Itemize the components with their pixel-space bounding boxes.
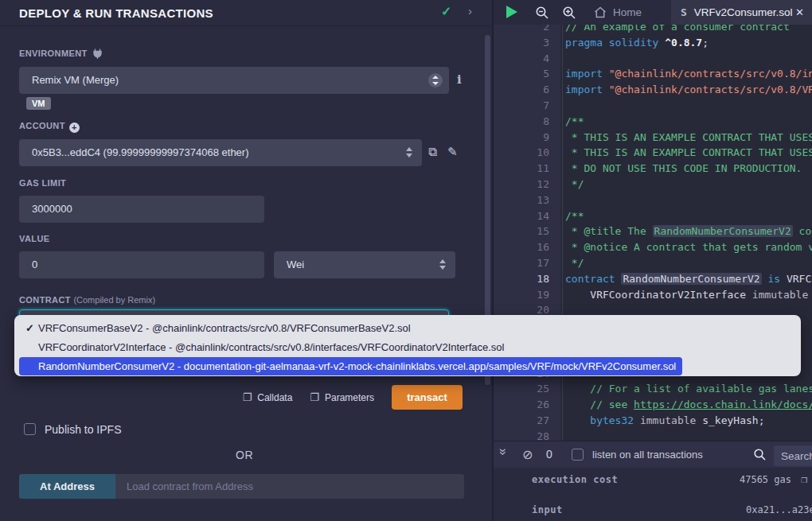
code-line[interactable]: 14/** [494,208,812,224]
option-label: VRFCoordinatorV2Interface - @chainlink/c… [38,338,504,357]
line-number: 27 [494,413,560,429]
code-line[interactable]: 25 // For a list of available gas lanes [494,381,812,397]
zoom-in-icon[interactable] [562,6,576,20]
contract-dropdown-option[interactable]: VRFCoordinatorV2Interface - @chainlink/c… [19,338,796,357]
copy-account-icon[interactable]: ⧉ [428,145,437,159]
code-line[interactable]: 8/** [494,114,812,130]
account-value: 0x5B3...eddC4 (99.99999999997374068 ethe… [32,146,249,158]
compiled-note: (Compiled by Remix) [73,295,155,305]
collapse-panel-chevron-icon[interactable]: › [468,4,472,17]
line-number: 9 [494,130,560,146]
line-number: 26 [494,397,560,413]
pending-tx-count: 0 [546,448,552,461]
code-line[interactable]: 5import "@chainlink/contracts/src/v0.8/i… [494,66,812,82]
line-number: 25 [494,381,560,397]
account-label: ACCOUNT+ [19,121,80,133]
run-script-play-icon[interactable] [506,6,517,18]
code-line[interactable]: 4 [494,51,812,67]
line-number: 10 [494,145,560,161]
solidity-file-icon: S [681,6,687,18]
line-number: 6 [494,82,560,98]
contract-dropdown-option[interactable]: RandomNumberConsumerV2 - documentation-g… [19,357,682,375]
transact-button[interactable]: transact [392,385,463,410]
home-icon [594,6,607,18]
copy-calldata-button[interactable]: ❐ Calldata [243,391,293,403]
value-unit-select[interactable]: Wei [274,251,455,278]
tab-home[interactable]: Home [586,0,650,25]
compile-success-check-icon: ✓ [441,4,451,19]
environment-info-icon[interactable]: i [457,72,462,87]
code-line[interactable]: 18contract RandomNumberConsumerV2 is VRF… [494,271,812,287]
deploy-run-panel: DEPLOY & RUN TRANSACTIONS ✓ › ENVIRONMEN… [0,0,492,521]
parameters-label: Parameters [325,392,374,403]
option-label: VRFConsumerBaseV2 - @chainlink/contracts… [38,319,411,338]
code-lines: 2// An example of a consumer contract3pr… [494,19,812,441]
code-line[interactable]: 10 * THIS IS AN EXAMPLE CONTRACT THAT US… [494,145,812,161]
expand-terminal-icon[interactable]: » [496,449,510,456]
terminal: » ⊘ 0 listen on all transactions executi… [494,441,812,521]
terminal-row-value: 47565 gas [740,474,791,485]
at-address-button[interactable]: At Address [19,474,115,499]
active-tab-label: VRFv2Consumer.sol [694,6,793,18]
line-number: 8 [494,114,560,130]
line-number: 15 [494,224,560,239]
code-line[interactable]: 19 VRFCoordinatorV2Interface immutable [494,287,812,303]
terminal-row-key: input [532,504,563,515]
code-line[interactable]: 7 [494,98,812,114]
create-account-plus-icon[interactable]: + [69,122,80,133]
line-number: 28 [494,429,560,441]
line-number: 11 [494,161,560,177]
terminal-toolbar: » ⊘ 0 listen on all transactions [494,441,812,468]
line-number: 12 [494,177,560,192]
code-line[interactable]: 6import "@chainlink/contracts/src/v0.8/V… [494,82,812,98]
code-line[interactable]: 3pragma solidity ^0.8.7; [494,35,812,51]
calldata-label: Calldata [257,392,292,403]
code-line[interactable]: 12 */ [494,177,812,192]
code-line[interactable]: 9 * THIS IS AN EXAMPLE CONTRACT THAT USE… [494,130,812,146]
code-line[interactable]: 26 // see https://docs.chain.link/docs/ [494,397,812,413]
line-number: 19 [494,287,560,303]
contract-dropdown-option[interactable]: ✓VRFConsumerBaseV2 - @chainlink/contract… [19,319,796,338]
sign-message-icon[interactable]: ✎ [447,145,458,159]
code-line[interactable]: 11 * DO NOT USE THIS CODE IN PRODUCTION. [494,161,812,177]
copy-value-icon[interactable]: ❐ [801,473,807,485]
at-address-input[interactable]: Load contract from Address [115,474,464,499]
contract-dropdown-list: ✓VRFConsumerBaseV2 - @chainlink/contract… [14,315,801,376]
gas-limit-label: GAS LIMIT [19,178,66,188]
publish-ipfs-label: Publish to IPFS [45,423,122,436]
line-number: 17 [494,255,560,271]
panel-header: DEPLOY & RUN TRANSACTIONS ✓ › [0,0,492,26]
value-input[interactable]: 0 [19,251,264,278]
value-label: VALUE [19,234,49,243]
code-line[interactable]: 27 bytes32 immutable s_keyHash; [494,413,812,429]
code-line[interactable]: 15 * @title The RandomNumberConsumerV2 c… [494,224,812,239]
zoom-out-icon[interactable] [535,6,549,20]
terminal-search-input[interactable] [774,445,812,466]
line-number: 14 [494,208,560,224]
value-amount: 0 [32,259,37,270]
copy-icon: ❐ [243,391,252,403]
clear-console-icon[interactable]: ⊘ [522,447,533,462]
line-number: 18 [494,271,560,287]
terminal-row-key: execution cost [532,474,618,485]
environment-select[interactable]: Remix VM (Merge) [19,67,449,94]
tab-active-file[interactable]: S VRFv2Consumer.sol ✕ [671,0,812,25]
line-number: 7 [494,98,560,114]
code-line[interactable]: 16 * @notice A contract that gets random… [494,239,812,255]
listen-all-tx-label: listen on all transactions [592,449,703,461]
editor-tabbar: Home S VRFv2Consumer.sol ✕ [494,0,812,25]
environment-value: Remix VM (Merge) [32,74,119,86]
account-select[interactable]: 0x5B3...eddC4 (99.99999999997374068 ethe… [19,139,422,166]
terminal-row-value: 0xa21...a23e4 [746,504,812,515]
select-carets-icon [406,147,412,157]
code-line[interactable]: 17 */ [494,255,812,271]
code-line[interactable]: 28 [494,429,812,441]
code-line[interactable]: 13 [494,192,812,208]
publish-ipfs-checkbox[interactable] [24,423,36,435]
line-number: 4 [494,51,560,67]
listen-all-tx-checkbox[interactable] [572,449,584,461]
copy-parameters-button[interactable]: ❐ Parameters [310,391,374,403]
vm-badge: VM [26,97,51,110]
close-tab-icon[interactable]: ✕ [795,6,804,18]
gas-limit-input[interactable]: 3000000 [19,196,264,223]
